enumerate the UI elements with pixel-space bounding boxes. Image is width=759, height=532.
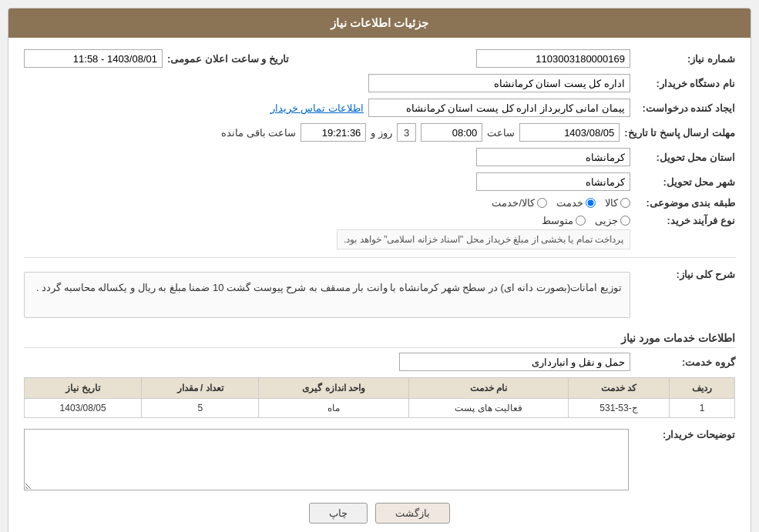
process-note: پرداخت تمام یا بخشی از مبلغ خریداز محل "… <box>337 229 630 249</box>
announce-input[interactable] <box>24 49 163 68</box>
category-kala-khedmat[interactable]: کالا/خدمت <box>492 197 547 209</box>
deadline-days-value: 3 <box>397 123 416 142</box>
process-motavaset[interactable]: متوسط <box>542 215 586 226</box>
col-code: کد خدمت <box>568 378 669 399</box>
radio-kala[interactable] <box>620 198 630 208</box>
category-label: طبقه بندی موضوعی: <box>635 197 735 209</box>
deadline-date-input[interactable] <box>519 123 620 142</box>
page-title: جزئیات اطلاعات نیاز <box>331 16 428 29</box>
col-unit: واحد اندازه گیری <box>259 378 409 399</box>
deadline-days-label: روز و <box>371 127 392 139</box>
category-radio-group: کالا خدمت کالا/خدمت <box>492 197 630 209</box>
contact-link[interactable]: اطلاعات تماس خریدار <box>270 102 364 114</box>
description-label: شرح کلی نیاز: <box>635 266 735 280</box>
creator-label: ایجاد کننده درخواست: <box>635 102 735 114</box>
buyer-notes-textarea[interactable] <box>24 429 629 490</box>
creator-input[interactable] <box>368 99 630 117</box>
description-box: توزیع امانات(بصورت دانه ای) در سطح شهر ک… <box>24 272 630 318</box>
request-number-label: شماره نیاز: <box>635 53 735 65</box>
category-kala[interactable]: کالا <box>605 197 630 209</box>
services-table: ردیف کد خدمت نام خدمت واحد اندازه گیری ت… <box>24 377 735 418</box>
cell-row: 1 <box>670 399 735 418</box>
radio-motavaset-label: متوسط <box>542 215 573 226</box>
province-input[interactable] <box>476 148 630 166</box>
cell-name: فعالیت های پست <box>409 399 569 418</box>
description-text: توزیع امانات(بصورت دانه ای) در سطح شهر ک… <box>36 282 622 293</box>
col-qty: تعداد / مقدار <box>142 378 259 399</box>
cell-qty: 5 <box>142 399 259 418</box>
radio-kala-label: کالا <box>605 197 618 209</box>
radio-jozii[interactable] <box>620 216 630 226</box>
buttons-row: بازگشت چاپ <box>24 503 735 524</box>
cell-code: ج-53-531 <box>568 399 669 418</box>
city-input[interactable] <box>476 172 630 191</box>
request-number-input[interactable] <box>476 49 630 68</box>
col-row: ردیف <box>670 378 735 399</box>
process-radio-group: جزیی متوسط <box>337 215 630 226</box>
deadline-time-input[interactable] <box>421 123 482 142</box>
deadline-label: مهلت ارسال پاسخ تا تاریخ: <box>624 127 735 139</box>
deadline-remaining-label: ساعت باقی مانده <box>221 127 296 139</box>
services-section-title: اطلاعات خدمات مورد نیاز <box>24 332 735 348</box>
radio-kala-khedmat-label: کالا/خدمت <box>492 197 535 209</box>
radio-kala-khedmat[interactable] <box>537 198 547 208</box>
radio-motavaset[interactable] <box>576 216 586 226</box>
service-group-label: گروه خدمت: <box>635 356 735 368</box>
buyer-notes-label: توضیحات خریدار: <box>635 429 735 440</box>
city-label: شهر محل تحویل: <box>635 176 735 188</box>
announce-label: تاریخ و ساعت اعلان عمومی: <box>167 53 289 65</box>
service-group-input[interactable] <box>399 353 630 371</box>
back-button[interactable]: بازگشت <box>375 503 450 524</box>
process-jozii[interactable]: جزیی <box>595 215 630 226</box>
process-label: نوع فرآیند خرید: <box>635 215 735 226</box>
col-name: نام خدمت <box>409 378 569 399</box>
cell-unit: ماه <box>259 399 409 418</box>
col-date: تاریخ نیاز <box>25 378 142 399</box>
radio-khedmat-label: خدمت <box>556 197 583 209</box>
print-button[interactable]: چاپ <box>309 503 368 524</box>
table-row: 1 ج-53-531 فعالیت های پست ماه 5 1403/08/… <box>25 399 735 418</box>
radio-jozii-label: جزیی <box>595 215 618 226</box>
deadline-remaining-input[interactable] <box>301 123 366 142</box>
radio-khedmat[interactable] <box>586 198 596 208</box>
buyer-org-label: نام دستگاه خریدار: <box>635 78 735 89</box>
buyer-org-input[interactable] <box>368 74 630 92</box>
deadline-time-label: ساعت <box>487 127 515 139</box>
cell-date: 1403/08/05 <box>25 399 142 418</box>
category-khedmat[interactable]: خدمت <box>556 197 596 209</box>
page-header: جزئیات اطلاعات نیاز <box>8 8 751 38</box>
province-label: استان محل تحویل: <box>635 152 735 163</box>
